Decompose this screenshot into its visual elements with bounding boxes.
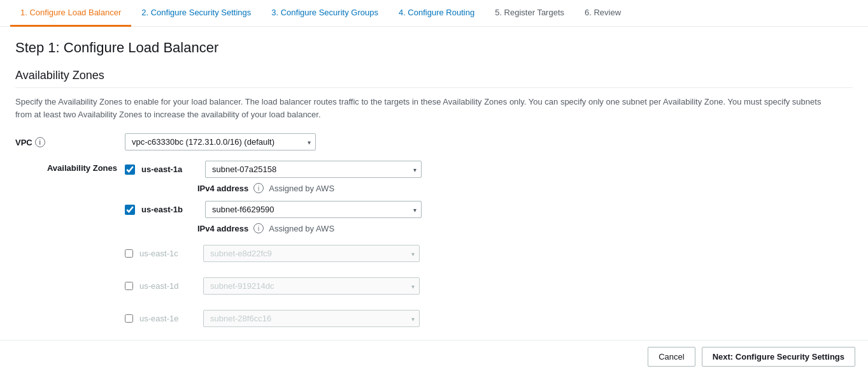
vpc-label: VPC: [15, 138, 32, 147]
az-1c-name: us-east-1c: [139, 249, 197, 258]
az-item-1d: us-east-1d subnet-919214dc ▾: [125, 274, 853, 298]
az-1e-subnet-select[interactable]: subnet-28f6cc16: [203, 310, 420, 327]
vpc-select[interactable]: vpc-c63330bc (172.31.0.0/16) (default): [125, 133, 316, 150]
az-item-1f: us-east-1f subnet-54e1495a ▾: [125, 339, 853, 340]
vpc-select-wrapper: vpc-c63330bc (172.31.0.0/16) (default) ▾: [125, 133, 316, 150]
az-1d-name: us-east-1d: [139, 281, 197, 291]
az-1a-ipv4-label: IPv4 address: [197, 184, 248, 193]
footer: Cancel Next: Configure Security Settings: [0, 340, 868, 373]
az-row: Availability Zones us-east-1a: [15, 161, 853, 340]
az-1a-subnet-select[interactable]: subnet-07a25158: [205, 161, 422, 178]
az-1e-subnet-wrapper: subnet-28f6cc16 ▾: [203, 310, 420, 327]
az-item-1a: us-east-1a subnet-07a25158 ▾ IPv4 addres…: [125, 161, 853, 193]
az-item-1c: us-east-1c subnet-e8d22fc9 ▾: [125, 241, 853, 266]
az-1b-subnet-wrapper: subnet-f6629590 ▾: [205, 201, 422, 218]
az-1a-ipv4-info-icon[interactable]: i: [253, 183, 264, 193]
tab-register-targets[interactable]: 5. Register Targets: [485, 0, 574, 27]
vpc-info-icon[interactable]: i: [35, 137, 45, 147]
az-1b-ipv4-label: IPv4 address: [197, 224, 248, 233]
tab-configure-routing[interactable]: 4. Configure Routing: [388, 0, 485, 27]
description-text: Specify the Availability Zones to enable…: [15, 96, 837, 121]
az-item-1e: us-east-1e subnet-28f6cc16 ▾: [125, 306, 853, 331]
next-button[interactable]: Next: Configure Security Settings: [702, 347, 855, 367]
az-1b-checkbox[interactable]: [125, 205, 135, 215]
form-section: VPC i vpc-c63330bc (172.31.0.0/16) (defa…: [15, 133, 853, 340]
az-1e-name: us-east-1e: [139, 314, 197, 323]
page-title: Step 1: Configure Load Balancer: [15, 40, 853, 56]
az-item-1b: us-east-1b subnet-f6629590 ▾ IPv4 addres…: [125, 201, 853, 233]
az-label: Availability Zones: [15, 161, 117, 173]
az-list: us-east-1a subnet-07a25158 ▾ IPv4 addres…: [125, 161, 853, 340]
section-title: Availability Zones: [15, 69, 853, 88]
az-1a-subnet-wrapper: subnet-07a25158 ▾: [205, 161, 422, 178]
tab-configure-security-settings[interactable]: 2. Configure Security Settings: [131, 0, 261, 27]
az-1a-checkbox[interactable]: [125, 165, 135, 175]
az-1a-ipv4-row: IPv4 address i Assigned by AWS: [197, 183, 853, 193]
az-1b-ipv4-row: IPv4 address i Assigned by AWS: [197, 223, 853, 233]
az-1e-checkbox[interactable]: [125, 314, 133, 323]
az-1b-name: us-east-1b: [141, 205, 199, 214]
az-1c-subnet-wrapper: subnet-e8d22fc9 ▾: [203, 245, 420, 262]
az-1a-name: us-east-1a: [141, 165, 199, 174]
az-1d-checkbox[interactable]: [125, 282, 133, 290]
cancel-button[interactable]: Cancel: [648, 347, 695, 367]
az-1b-subnet-select[interactable]: subnet-f6629590: [205, 201, 422, 218]
az-1c-subnet-select[interactable]: subnet-e8d22fc9: [203, 245, 420, 262]
vpc-row: VPC i vpc-c63330bc (172.31.0.0/16) (defa…: [15, 133, 853, 150]
tab-configure-load-balancer[interactable]: 1. Configure Load Balancer: [10, 0, 131, 27]
az-1d-subnet-select[interactable]: subnet-919214dc: [203, 277, 420, 295]
az-1b-ipv4-info-icon[interactable]: i: [253, 223, 264, 233]
tab-review[interactable]: 6. Review: [574, 0, 631, 27]
az-1c-checkbox[interactable]: [125, 249, 133, 258]
az-1b-checkbox-group: [125, 205, 135, 215]
az-1b-ipv4-value: Assigned by AWS: [269, 224, 334, 233]
az-1a-ipv4-value: Assigned by AWS: [269, 184, 334, 193]
main-content: Step 1: Configure Load Balancer Availabi…: [0, 27, 868, 340]
az-1a-checkbox-group: [125, 165, 135, 175]
tab-configure-security-groups[interactable]: 3. Configure Security Groups: [261, 0, 388, 27]
tab-bar: 1. Configure Load Balancer 2. Configure …: [0, 0, 868, 27]
az-1d-subnet-wrapper: subnet-919214dc ▾: [203, 277, 420, 295]
